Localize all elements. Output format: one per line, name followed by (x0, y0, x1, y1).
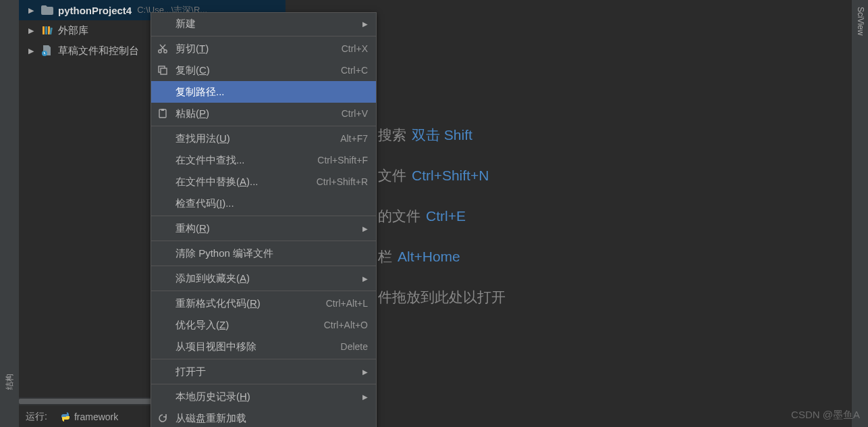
menu-open-in[interactable]: 打开于 ▶ (151, 361, 376, 382)
menu-copy[interactable]: 复制(C) Ctrl+C (151, 59, 376, 81)
run-config-name[interactable]: framework (74, 411, 118, 422)
menu-separator (151, 384, 376, 384)
blank-icon (155, 364, 170, 379)
svg-point-6 (164, 50, 167, 53)
scrollbar-thumb[interactable] (19, 399, 154, 404)
menu-paste[interactable]: 粘贴(P) Ctrl+V (151, 103, 376, 124)
menu-separator (151, 241, 376, 241)
menu-remove-from-view[interactable]: 从项目视图中移除 Delete (151, 336, 376, 357)
submenu-arrow-icon: ▶ (362, 275, 368, 282)
menu-refactor[interactable]: 重构(R) ▶ (151, 218, 376, 239)
submenu-arrow-icon: ▶ (362, 225, 368, 232)
cut-icon (155, 41, 170, 56)
svg-point-5 (159, 50, 161, 53)
blank-icon (155, 153, 170, 168)
menu-separator (151, 216, 376, 216)
svg-rect-0 (43, 26, 45, 34)
blank-icon (155, 296, 170, 311)
blank-icon (155, 221, 170, 236)
library-icon (40, 24, 54, 37)
reload-icon (155, 411, 170, 426)
scratches-label: 草稿文件和控制台 (58, 45, 139, 57)
menu-inspect-code[interactable]: 检查代码(I)... (151, 193, 376, 214)
menu-separator (151, 126, 376, 126)
watermark: CSDN @墨鱼A (791, 409, 860, 422)
blank-icon (155, 318, 170, 332)
context-menu: 新建 ▶ 剪切(T) Ctrl+X 复制(C) Ctrl+C 复制路径... 粘… (151, 12, 377, 427)
blank-icon (155, 16, 170, 31)
copy-icon (155, 63, 170, 78)
menu-add-favorites[interactable]: 添加到收藏夹(A) ▶ (151, 268, 376, 289)
submenu-arrow-icon: ▶ (362, 20, 368, 28)
expand-arrow-icon[interactable]: ▶ (26, 26, 36, 35)
menu-find-in-files[interactable]: 在文件中查找... Ctrl+Shift+F (151, 149, 376, 171)
paste-icon (155, 106, 170, 121)
welcome-hints: 搜索双击 Shift 文件Ctrl+Shift+N 的文件Ctrl+E 栏Alt… (378, 115, 506, 318)
submenu-arrow-icon: ▶ (362, 368, 368, 376)
menu-reformat[interactable]: 重新格式化代码(R) Ctrl+Alt+L (151, 293, 376, 314)
expand-arrow-icon[interactable]: ▶ (26, 6, 36, 15)
hint-row: 件拖放到此处以打开 (378, 277, 506, 318)
external-lib-label: 外部库 (58, 24, 88, 37)
blank-icon (155, 84, 170, 99)
blank-icon (155, 339, 170, 354)
menu-find-usages[interactable]: 查找用法(U) Alt+F7 (151, 128, 376, 149)
menu-cut[interactable]: 剪切(T) Ctrl+X (151, 38, 376, 59)
run-label[interactable]: 运行: (26, 411, 47, 423)
menu-local-history[interactable]: 本地历史记录(H) ▶ (151, 386, 376, 407)
menu-reload-from-disk[interactable]: 从磁盘重新加载 (151, 407, 376, 427)
scratches-icon (40, 44, 54, 57)
left-tool-gutter: 结构 (0, 0, 19, 427)
blank-icon (155, 131, 170, 146)
folder-icon (40, 3, 54, 17)
blank-icon (155, 389, 170, 404)
expand-arrow-icon[interactable]: ▶ (26, 47, 36, 55)
project-name: pythonProject4 (58, 5, 132, 16)
menu-clean-pyc[interactable]: 清除 Python 编译文件 (151, 243, 376, 264)
menu-separator (151, 291, 376, 291)
blank-icon (155, 271, 170, 286)
menu-new[interactable]: 新建 ▶ (151, 13, 376, 34)
blank-icon (155, 246, 170, 261)
bottom-toolbar: 运行: framework (0, 407, 118, 427)
menu-separator (151, 359, 376, 359)
hint-row: 搜索双击 Shift (378, 115, 506, 155)
menu-separator (151, 36, 376, 36)
blank-icon (155, 174, 170, 189)
svg-rect-1 (45, 26, 47, 34)
hint-row: 栏Alt+Home (378, 236, 506, 277)
menu-copy-path[interactable]: 复制路径... (151, 81, 376, 103)
submenu-arrow-icon: ▶ (362, 393, 368, 401)
blank-icon (155, 196, 170, 211)
hint-row: 的文件Ctrl+E (378, 196, 506, 236)
svg-rect-10 (161, 109, 164, 111)
sciview-tab-label[interactable]: SciView (856, 7, 865, 35)
python-icon (59, 411, 72, 423)
hint-row: 文件Ctrl+Shift+N (378, 155, 506, 196)
right-tool-gutter: SciView (852, 0, 868, 427)
menu-replace-in-files[interactable]: 在文件中替换(A)... Ctrl+Shift+R (151, 171, 376, 193)
svg-rect-8 (161, 68, 167, 74)
menu-optimize-imports[interactable]: 优化导入(Z) Ctrl+Alt+O (151, 314, 376, 336)
structure-tab-label[interactable]: 结构 (4, 374, 16, 390)
menu-separator (151, 266, 376, 266)
